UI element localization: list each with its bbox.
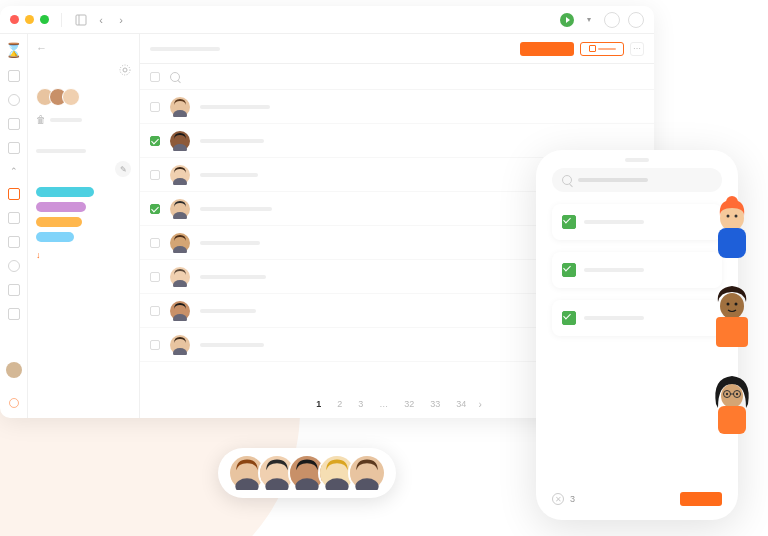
avatar-strip: [218, 448, 396, 498]
tag-pill[interactable]: [36, 187, 94, 197]
sidebar-toggle-icon[interactable]: [74, 13, 88, 27]
page-number[interactable]: 34: [452, 397, 470, 411]
secondary-button[interactable]: [580, 42, 624, 56]
phone-list-item[interactable]: [552, 204, 722, 240]
option-2-button[interactable]: [628, 12, 644, 28]
svg-point-5: [176, 100, 184, 109]
phone-checkbox[interactable]: [562, 263, 576, 277]
clipboard-icon[interactable]: [8, 142, 20, 154]
row-label: [200, 343, 264, 347]
row-checkbox[interactable]: [150, 272, 160, 282]
page-number[interactable]: 32: [400, 397, 418, 411]
clock-icon[interactable]: [8, 94, 20, 106]
page-number[interactable]: 3: [354, 397, 367, 411]
doc-icon[interactable]: [8, 118, 20, 130]
trash-icon[interactable]: 🗑: [36, 114, 131, 125]
row-avatar: [170, 267, 190, 287]
panel-avatar-stack[interactable]: [36, 88, 131, 106]
nav-rail: ⌛ ⌃: [0, 34, 28, 418]
phone-list-item[interactable]: [552, 300, 722, 336]
svg-rect-0: [76, 15, 86, 25]
phone-checkbox[interactable]: [562, 311, 576, 325]
svg-point-23: [176, 304, 184, 313]
select-all-checkbox[interactable]: [150, 72, 160, 82]
strip-avatar[interactable]: [348, 454, 386, 492]
close-dot[interactable]: [10, 15, 19, 24]
row-checkbox[interactable]: [150, 170, 160, 180]
phone-item-label: [584, 268, 644, 272]
phone-footer: ✕ 3: [552, 492, 722, 506]
app-logo-icon[interactable]: ⌛: [5, 42, 22, 58]
primary-button[interactable]: [520, 42, 574, 56]
option-1-button[interactable]: [604, 12, 620, 28]
row-avatar: [170, 301, 190, 321]
page-number[interactable]: 2: [333, 397, 346, 411]
card-icon[interactable]: [8, 212, 20, 224]
pin-icon[interactable]: [8, 260, 20, 272]
gear-icon[interactable]: [119, 62, 131, 80]
row-checkbox[interactable]: [150, 102, 160, 112]
phone-action-button[interactable]: [680, 492, 722, 506]
tag-pill[interactable]: [36, 217, 82, 227]
next-page-icon[interactable]: ›: [478, 399, 481, 410]
svg-point-43: [720, 293, 744, 319]
svg-point-26: [176, 338, 184, 347]
grid-icon[interactable]: [8, 70, 20, 82]
maximize-dot[interactable]: [40, 15, 49, 24]
svg-point-52: [726, 393, 728, 395]
edit-icon[interactable]: ✎: [115, 161, 131, 177]
back-icon[interactable]: ‹: [94, 13, 108, 27]
phone-notch: [625, 158, 649, 162]
svg-point-11: [176, 168, 184, 177]
forward-icon[interactable]: ›: [114, 13, 128, 27]
row-checkbox[interactable]: [150, 204, 160, 214]
tag-pill[interactable]: [36, 232, 74, 242]
character-3: [698, 370, 766, 438]
svg-point-39: [726, 196, 738, 208]
play-button[interactable]: [560, 13, 574, 27]
more-button[interactable]: ⋯: [630, 42, 644, 56]
row-checkbox[interactable]: [150, 136, 160, 146]
panel-avatar: [62, 88, 80, 106]
svg-point-2: [123, 68, 127, 72]
content-header: ⋯: [140, 34, 654, 64]
chevron-down-icon[interactable]: ▾: [582, 13, 596, 27]
search-icon[interactable]: [170, 72, 180, 82]
phone-search[interactable]: [552, 168, 722, 192]
phone-list-item[interactable]: [552, 252, 722, 288]
row-checkbox[interactable]: [150, 306, 160, 316]
tag-icon[interactable]: [8, 284, 20, 296]
svg-point-17: [176, 236, 184, 245]
people-icon[interactable]: [8, 188, 20, 200]
row-avatar: [170, 97, 190, 117]
separator: [61, 13, 62, 27]
chevron-up-icon[interactable]: ⌃: [10, 166, 18, 176]
row-checkbox[interactable]: [150, 238, 160, 248]
svg-point-42: [735, 215, 738, 218]
stats-icon[interactable]: [8, 308, 20, 320]
sync-icon[interactable]: [9, 398, 19, 408]
row-label: [200, 275, 266, 279]
add-tag-icon[interactable]: ↓: [36, 250, 42, 260]
close-icon[interactable]: ✕: [552, 493, 564, 505]
search-placeholder: [578, 178, 648, 182]
row-avatar: [170, 233, 190, 253]
box-icon[interactable]: [8, 236, 20, 248]
table-row[interactable]: [140, 90, 654, 124]
page-number[interactable]: 1: [312, 397, 325, 411]
tag-pill[interactable]: [36, 202, 86, 212]
user-avatar[interactable]: [6, 362, 22, 378]
row-checkbox[interactable]: [150, 340, 160, 350]
svg-point-45: [727, 303, 730, 306]
svg-point-41: [727, 215, 730, 218]
minimize-dot[interactable]: [25, 15, 34, 24]
page-number[interactable]: 33: [426, 397, 444, 411]
svg-point-20: [176, 270, 184, 279]
character-2: [698, 282, 766, 350]
page-number[interactable]: …: [375, 397, 392, 411]
svg-point-3: [120, 65, 130, 75]
svg-point-53: [736, 393, 738, 395]
tag-list: [36, 187, 131, 242]
panel-back-icon[interactable]: ←: [36, 42, 131, 54]
phone-checkbox[interactable]: [562, 215, 576, 229]
